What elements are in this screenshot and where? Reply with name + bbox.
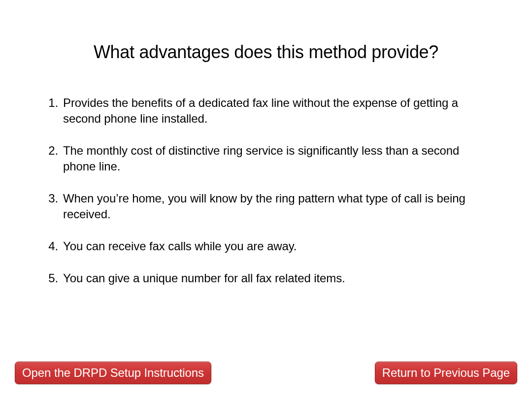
page-title: What advantages does this method provide… [0, 42, 532, 63]
return-previous-page-button[interactable]: Return to Previous Page [375, 362, 517, 384]
list-item: 2. The monthly cost of distinctive ring … [42, 143, 490, 174]
button-row: Open the DRPD Setup Instructions Return … [0, 362, 532, 384]
list-item: 4. You can receive fax calls while you a… [42, 238, 490, 254]
list-item: 5. You can give a unique number for all … [42, 270, 490, 286]
advantages-list: 1. Provides the benefits of a dedicated … [0, 95, 532, 286]
list-text: When you’re home, you will know by the r… [63, 191, 490, 222]
list-text: Provides the benefits of a dedicated fax… [63, 95, 490, 127]
list-text: You can receive fax calls while you are … [63, 238, 490, 254]
list-item: 3. When you’re home, you will know by th… [42, 191, 490, 222]
list-number: 1. [42, 95, 58, 111]
list-number: 3. [42, 191, 58, 206]
list-item: 1. Provides the benefits of a dedicated … [42, 95, 490, 127]
list-number: 5. [42, 270, 58, 286]
list-text: The monthly cost of distinctive ring ser… [63, 143, 490, 174]
list-text: You can give a unique number for all fax… [63, 270, 490, 286]
list-number: 4. [42, 238, 58, 254]
open-drpd-instructions-button[interactable]: Open the DRPD Setup Instructions [15, 362, 211, 384]
list-number: 2. [42, 143, 58, 159]
